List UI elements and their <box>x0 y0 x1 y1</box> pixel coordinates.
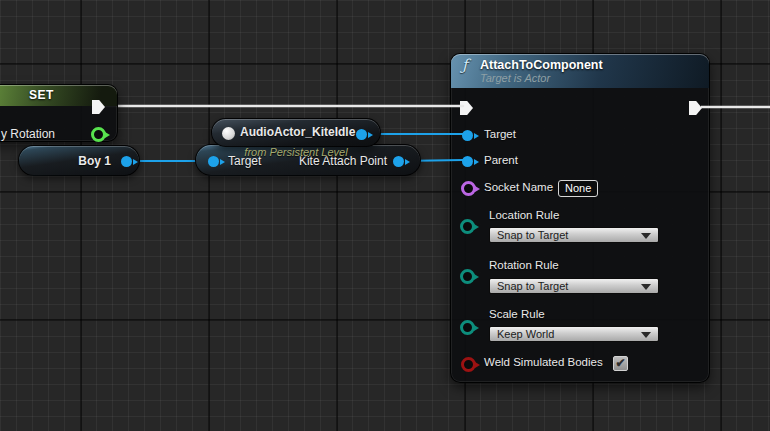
rotation-rule-dropdown[interactable]: Snap to Target <box>489 278 659 294</box>
boy1-output-pin[interactable] <box>121 156 132 167</box>
socket-name-label: Socket Name <box>484 181 553 193</box>
scale-rule-input-pin[interactable] <box>460 320 475 335</box>
rotation-output-pin[interactable] <box>91 127 106 142</box>
scale-rule-dropdown[interactable]: Keep World <box>489 326 659 342</box>
boy1-label: Boy 1 <box>78 154 111 168</box>
audioactor-title: AudioActor_KiteIdle <box>240 125 355 139</box>
blueprint-graph-canvas[interactable]: SET y Rotation Boy 1 Target Kite Attach … <box>0 0 770 431</box>
actor-reference-icon <box>222 127 235 140</box>
target-input-pin[interactable] <box>462 130 473 141</box>
attach-to-component-node[interactable]: ƒ AttachToComponent Target is Actor Targ… <box>450 53 710 383</box>
exec-input-pin[interactable] <box>460 101 473 115</box>
location-rule-label: Location Rule <box>489 209 559 221</box>
set-node[interactable]: SET y Rotation <box>0 84 118 142</box>
socket-name-field[interactable]: None <box>558 180 598 197</box>
boy1-variable-node[interactable]: Boy 1 <box>18 145 140 176</box>
scale-rule-label: Scale Rule <box>489 308 545 320</box>
audioactor-subtitle: from Persistent Level <box>211 146 381 158</box>
set-node-title: SET <box>29 88 54 102</box>
rotation-rule-label: Rotation Rule <box>489 259 559 271</box>
function-icon: ƒ <box>462 56 468 74</box>
audioactor-output-pin[interactable] <box>356 129 367 140</box>
rotation-rule-input-pin[interactable] <box>460 269 475 284</box>
attach-node-title: AttachToComponent <box>480 58 603 72</box>
location-rule-input-pin[interactable] <box>460 219 475 234</box>
attach-node-header[interactable]: ƒ AttachToComponent Target is Actor <box>451 54 709 88</box>
kite-output-pin[interactable] <box>393 156 404 167</box>
location-rule-dropdown[interactable]: Snap to Target <box>489 227 659 243</box>
attach-node-subtitle: Target is Actor <box>480 72 550 84</box>
parent-input-pin[interactable] <box>462 156 473 167</box>
audioactor-kiteidle-node[interactable]: AudioActor_KiteIdle <box>211 118 381 147</box>
target-label: Target <box>484 128 516 140</box>
weld-simulated-bodies-label: Weld Simulated Bodies <box>484 356 603 368</box>
socket-name-input-pin[interactable] <box>461 181 476 196</box>
set-pin-label: y Rotation <box>1 127 55 141</box>
exec-output-pin[interactable] <box>689 101 702 115</box>
parent-label: Parent <box>484 154 518 166</box>
weld-simulated-bodies-checkbox[interactable]: ✔ <box>613 356 628 371</box>
weld-simulated-bodies-input-pin[interactable] <box>461 357 476 372</box>
